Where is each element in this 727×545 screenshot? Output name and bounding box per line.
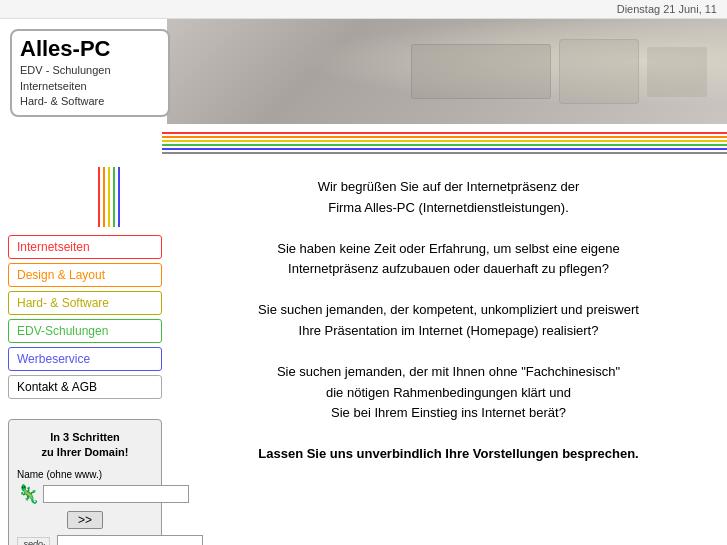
date-bar: Dienstag 21 Juni, 11 xyxy=(0,0,727,19)
line-red xyxy=(162,132,727,134)
domain-box: In 3 Schritten zu Ihrer Domain! Name (oh… xyxy=(8,419,162,545)
domain-box-title: In 3 Schritten zu Ihrer Domain! xyxy=(17,430,153,461)
color-lines-horizontal xyxy=(162,129,727,157)
content-p5: Lassen Sie uns unverbindlich Ihre Vorste… xyxy=(200,444,697,465)
sedo-label: .sedo· xyxy=(17,537,50,545)
line-green xyxy=(162,144,727,146)
nav-internetseiten[interactable]: Internetseiten xyxy=(8,235,162,259)
content-area: Wir begrüßen Sie auf der Internetpräsenz… xyxy=(170,157,727,545)
nav-design-layout[interactable]: Design & Layout xyxy=(8,263,162,287)
domain-btn1-row: >> xyxy=(17,511,153,529)
domain-sedo-row: .sedo· xyxy=(17,535,153,545)
nav-werbeservice[interactable]: Werbeservice xyxy=(8,347,162,371)
name-label: Name (ohne www.) xyxy=(17,469,153,480)
content-p3: Sie suchen jemanden, der kompetent, unko… xyxy=(200,300,697,342)
domain-btn1[interactable]: >> xyxy=(67,511,103,529)
logo-box: Alles-PC EDV - Schulungen Internetseiten… xyxy=(10,29,170,117)
main-layout: Internetseiten Design & Layout Hard- & S… xyxy=(0,157,727,545)
nav-edv-schulungen[interactable]: EDV-Schulungen xyxy=(8,319,162,343)
content-p4: Sie suchen jemanden, der mit Ihnen ohne … xyxy=(200,362,697,424)
line-yellow xyxy=(162,140,727,142)
chameleon-icon: 🦎 xyxy=(17,483,39,505)
header: Alles-PC EDV - Schulungen Internetseiten… xyxy=(0,19,727,129)
date-text: Dienstag 21 Juni, 11 xyxy=(617,3,717,15)
header-image xyxy=(167,19,727,124)
content-p1: Wir begrüßen Sie auf der Internetpräsenz… xyxy=(200,177,697,219)
line-gray xyxy=(162,152,727,154)
domain-name-input[interactable] xyxy=(43,485,189,503)
sidebar: Internetseiten Design & Layout Hard- & S… xyxy=(0,157,170,545)
logo-title: Alles-PC xyxy=(20,37,160,61)
nav-kontakt-agb[interactable]: Kontakt & AGB xyxy=(8,375,162,399)
line-orange xyxy=(162,136,727,138)
logo-subtitle: EDV - Schulungen Internetseiten Hard- & … xyxy=(20,63,160,109)
color-lines-vertical xyxy=(98,167,162,227)
content-p2: Sie haben keine Zeit oder Erfahrung, um … xyxy=(200,239,697,281)
line-blue xyxy=(162,148,727,150)
nav-hard-software[interactable]: Hard- & Software xyxy=(8,291,162,315)
domain-name-row: 🦎 xyxy=(17,483,153,505)
